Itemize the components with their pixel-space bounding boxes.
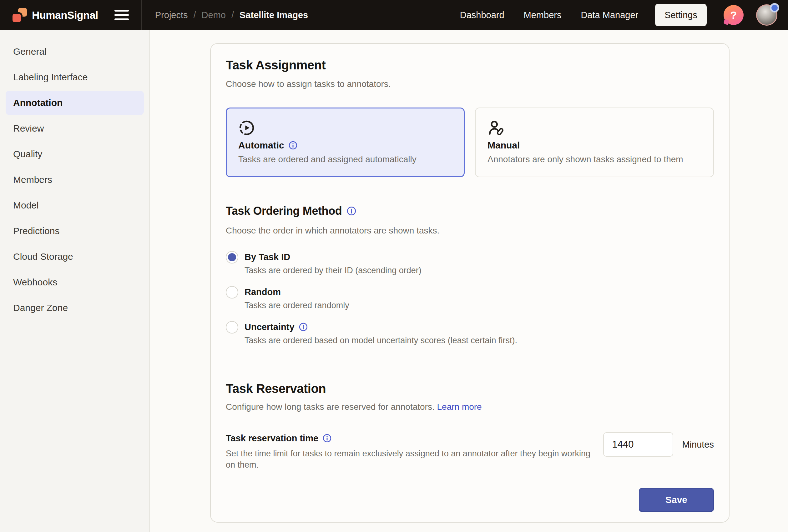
breadcrumb-current-page: Satellite Images — [239, 10, 308, 20]
by-task-id-description: Tasks are ordered by their ID (ascending… — [244, 265, 421, 276]
save-button[interactable]: Save — [639, 488, 714, 512]
help-chat-icon[interactable]: ? — [724, 5, 744, 25]
nav-members[interactable]: Members — [524, 10, 562, 20]
info-icon[interactable] — [289, 141, 297, 150]
sidebar-item-model[interactable]: Model — [6, 193, 144, 218]
logo-text: HumanSignal — [32, 9, 98, 21]
radio-label: Random — [244, 286, 349, 298]
info-icon[interactable] — [299, 323, 308, 331]
radio-button[interactable] — [226, 321, 238, 333]
presence-badge — [770, 3, 779, 13]
sidebar-item-danger-zone[interactable]: Danger Zone — [6, 296, 144, 320]
reservation-time-label-row: Task reservation time — [226, 432, 595, 444]
breadcrumb-separator: / — [194, 10, 196, 20]
humansignal-logo-icon — [13, 8, 27, 22]
info-icon[interactable] — [347, 206, 356, 216]
nav-dashboard[interactable]: Dashboard — [460, 10, 505, 20]
sidebar-item-predictions[interactable]: Predictions — [6, 219, 144, 243]
nav-data-manager[interactable]: Data Manager — [581, 10, 638, 20]
task-ordering-title: Task Ordering Method — [226, 204, 714, 218]
radio-button-checked[interactable] — [226, 251, 238, 264]
hamburger-menu-icon[interactable] — [115, 8, 131, 22]
task-ordering-title-text: Task Ordering Method — [226, 204, 342, 218]
random-label: Random — [244, 286, 281, 298]
task-reservation-title: Task Reservation — [226, 381, 714, 396]
uncertainty-description: Tasks are ordered based on model uncerta… — [244, 335, 517, 346]
task-ordering-subtitle: Choose the order in which annotators are… — [226, 225, 714, 237]
assignment-option-automatic[interactable]: Automatic Tasks are ordered and assigned… — [226, 107, 465, 177]
radio-option-uncertainty[interactable]: Uncertainty Tasks are ordered based on m… — [226, 321, 714, 346]
sidebar-item-members[interactable]: Members — [6, 167, 144, 192]
reservation-time-input[interactable] — [603, 432, 673, 457]
user-pen-icon — [488, 119, 505, 136]
main-content: Task Assignment Choose how to assign tas… — [150, 30, 788, 532]
sidebar-item-annotation[interactable]: Annotation — [6, 91, 144, 115]
sidebar-item-quality[interactable]: Quality — [6, 142, 144, 166]
breadcrumb-project-name[interactable]: Demo — [202, 10, 226, 20]
annotation-settings-card: Task Assignment Choose how to assign tas… — [210, 43, 730, 523]
sidebar-item-review[interactable]: Review — [6, 116, 144, 141]
task-reservation-subtitle-text: Configure how long tasks are reserved fo… — [226, 402, 435, 412]
user-avatar[interactable] — [756, 4, 777, 26]
reservation-time-label: Task reservation time — [226, 432, 318, 444]
manual-option-label: Manual — [488, 140, 520, 151]
sidebar-item-cloud-storage[interactable]: Cloud Storage — [6, 244, 144, 269]
question-mark-glyph: ? — [730, 9, 737, 21]
sidebar-item-general[interactable]: General — [6, 39, 144, 64]
task-assignment-title: Task Assignment — [226, 58, 714, 73]
auto-play-icon — [238, 119, 255, 136]
breadcrumb-separator: / — [231, 10, 234, 20]
random-description: Tasks are ordered randomly — [244, 300, 349, 311]
header-divider — [141, 0, 142, 30]
logo-square-coral — [13, 14, 21, 22]
breadcrumb-projects[interactable]: Projects — [155, 10, 188, 20]
top-header: HumanSignal Projects / Demo / Satellite … — [0, 0, 788, 30]
sidebar-item-labeling-interface[interactable]: Labeling Interface — [6, 65, 144, 89]
humansignal-logo[interactable]: HumanSignal — [13, 8, 98, 22]
radio-option-by-task-id[interactable]: By Task ID Tasks are ordered by their ID… — [226, 251, 714, 276]
assignment-option-manual[interactable]: Manual Annotators are only shown tasks a… — [475, 107, 714, 177]
automatic-option-description: Tasks are ordered and assigned automatic… — [238, 155, 452, 164]
reservation-time-field-row: Task reservation time Set the time limit… — [226, 432, 714, 470]
radio-label: By Task ID — [244, 251, 421, 263]
sidebar-item-webhooks[interactable]: Webhooks — [6, 270, 144, 294]
uncertainty-label: Uncertainty — [244, 321, 295, 333]
manual-option-description: Annotators are only shown tasks assigned… — [488, 155, 702, 164]
minutes-unit-label: Minutes — [682, 439, 714, 450]
by-task-id-label: By Task ID — [244, 251, 290, 263]
settings-button[interactable]: Settings — [655, 4, 707, 26]
task-ordering-radio-group: By Task ID Tasks are ordered by their ID… — [226, 251, 714, 346]
radio-label: Uncertainty — [244, 321, 517, 333]
automatic-option-label: Automatic — [238, 140, 284, 151]
task-reservation-subtitle: Configure how long tasks are reserved fo… — [226, 401, 714, 413]
task-assignment-subtitle: Choose how to assign tasks to annotators… — [226, 78, 714, 90]
learn-more-link[interactable]: Learn more — [437, 402, 481, 412]
top-navigation: Dashboard Members Data Manager — [460, 10, 638, 20]
reservation-time-description: Set the time limit for tasks to remain e… — [226, 448, 595, 470]
settings-sidebar: General Labeling Interface Annotation Re… — [0, 30, 150, 532]
info-icon[interactable] — [323, 434, 332, 443]
radio-button[interactable] — [226, 286, 238, 299]
breadcrumb: Projects / Demo / Satellite Images — [155, 10, 308, 20]
radio-option-random[interactable]: Random Tasks are ordered randomly — [226, 286, 714, 311]
